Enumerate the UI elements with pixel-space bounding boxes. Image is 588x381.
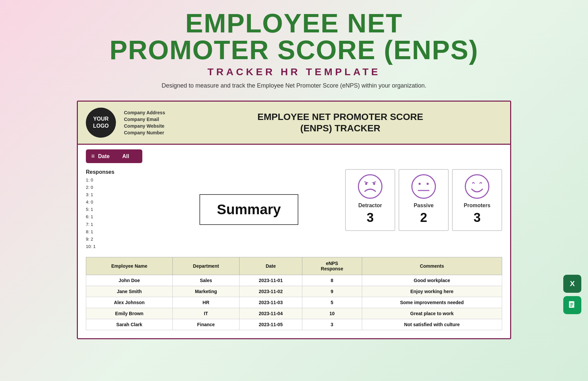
title-section: EMPLOYEE NET PROMOTER SCORE (ENPS) TRACK… <box>110 10 478 89</box>
list-item: 5: 1 <box>86 206 153 213</box>
card-header: YOURLOGO Company Address Company Email C… <box>78 102 510 145</box>
passive-card: Passive 2 <box>399 169 449 231</box>
cell-dept: Finance <box>173 319 240 330</box>
main-card: YOURLOGO Company Address Company Email C… <box>77 101 511 339</box>
svg-line-4 <box>372 182 376 183</box>
cell-name: John Doe <box>86 275 173 286</box>
logo-text: YOURLOGO <box>93 116 109 130</box>
side-icons: X <box>563 275 581 314</box>
cell-name: Sarah Clark <box>86 319 173 330</box>
header-title: EMPLOYEE NET PROMOTER SCORE(eNPS) TRACKE… <box>178 111 502 134</box>
cell-date: 2023-11-05 <box>239 319 302 330</box>
svg-point-9 <box>465 175 489 198</box>
list-item: 1: 0 <box>86 176 153 184</box>
promoters-card: Promoters 3 <box>452 169 502 231</box>
cell-date: 2023-11-02 <box>239 286 302 297</box>
cell-response: 8 <box>302 275 362 286</box>
promoters-value: 3 <box>473 211 480 225</box>
cell-name: Emily Brown <box>86 308 173 319</box>
col-header-dept: Department <box>173 257 240 275</box>
scores-col: Detractor 3 Passive 2 <box>345 169 502 250</box>
svg-point-0 <box>358 175 382 198</box>
passive-label: Passive <box>414 203 434 209</box>
filter-icon: ≡ <box>91 153 95 160</box>
cell-dept: Sales <box>173 275 240 286</box>
svg-point-1 <box>365 183 367 185</box>
company-address: Company Address <box>124 110 165 115</box>
company-info: Company Address Company Email Company We… <box>124 110 165 135</box>
response-list: 1: 0 2: 0 3: 1 4: 0 5: 1 6: 1 7: 1 8: 1 … <box>86 176 153 250</box>
cell-date: 2023-11-04 <box>239 308 302 319</box>
cell-dept: IT <box>173 308 240 319</box>
col-header-enps: eNPSResponse <box>302 257 362 275</box>
table-section: Employee Name Department Date eNPSRespon… <box>78 257 510 338</box>
excel-icon[interactable]: X <box>563 275 581 293</box>
filter-date-label: Date <box>98 153 110 159</box>
cell-dept: HR <box>173 297 240 308</box>
svg-point-2 <box>373 183 375 185</box>
sad-face-icon <box>357 173 384 200</box>
cell-comment: Not satisfied with culture <box>362 319 502 330</box>
cell-comment: Great place to work <box>362 308 502 319</box>
svg-point-5 <box>412 175 435 198</box>
cell-comment: Enjoy working here <box>362 286 502 297</box>
filter-value: All <box>122 153 129 159</box>
detractor-card: Detractor 3 <box>345 169 395 231</box>
cell-dept: Marketing <box>173 286 240 297</box>
promoters-label: Promoters <box>464 203 490 209</box>
passive-value: 2 <box>420 211 427 225</box>
filter-row: ≡ Date All <box>78 145 510 166</box>
svg-line-3 <box>364 182 368 183</box>
cell-comment: Good workplace <box>362 275 502 286</box>
responses-title: Responses <box>86 169 153 175</box>
company-number: Company Number <box>124 130 165 135</box>
col-header-name: Employee Name <box>86 257 173 275</box>
sub-title: TRACKER HR TEMPLATE <box>110 66 478 78</box>
sheets-svg-icon <box>568 300 577 310</box>
list-item: 4: 0 <box>86 199 153 206</box>
table-row: Sarah Clark Finance 2023-11-05 3 Not sat… <box>86 319 502 330</box>
svg-point-7 <box>427 183 429 185</box>
responses-col: Responses 1: 0 2: 0 3: 1 4: 0 5: 1 6: 1 … <box>86 169 153 250</box>
list-item: 3: 1 <box>86 191 153 199</box>
summary-box: Summary <box>199 194 298 225</box>
table-row: Jane Smith Marketing 2023-11-02 9 Enjoy … <box>86 286 502 297</box>
list-item: 10: 1 <box>86 243 153 250</box>
detractor-value: 3 <box>366 211 374 225</box>
company-website: Company Website <box>124 123 165 129</box>
sheets-icon[interactable] <box>563 296 581 314</box>
employee-table: Employee Name Department Date eNPSRespon… <box>86 257 502 330</box>
cell-response: 10 <box>302 308 362 319</box>
list-item: 8: 1 <box>86 228 153 236</box>
main-title: EMPLOYEE NET PROMOTER SCORE (ENPS) <box>110 10 478 64</box>
neutral-face-icon <box>410 173 437 200</box>
svg-point-6 <box>419 183 421 185</box>
cell-date: 2023-11-03 <box>239 297 302 308</box>
table-row: John Doe Sales 2023-11-01 8 Good workpla… <box>86 275 502 286</box>
company-email: Company Email <box>124 117 165 122</box>
list-item: 2: 0 <box>86 184 153 191</box>
detractor-label: Detractor <box>358 203 382 209</box>
cell-response: 5 <box>302 297 362 308</box>
col-header-comments: Comments <box>362 257 502 275</box>
list-item: 7: 1 <box>86 221 153 228</box>
cell-name: Alex Johnson <box>86 297 173 308</box>
description: Designed to measure and track the Employ… <box>110 82 478 89</box>
summary-col: Summary <box>159 169 338 250</box>
svg-rect-13 <box>570 306 572 306</box>
col-header-date: Date <box>239 257 302 275</box>
list-item: 9: 2 <box>86 236 153 243</box>
filter-button[interactable]: ≡ Date All <box>86 149 142 163</box>
cell-name: Jane Smith <box>86 286 173 297</box>
happy-face-icon <box>464 173 490 200</box>
logo-circle: YOURLOGO <box>86 108 116 138</box>
svg-rect-12 <box>570 304 573 305</box>
cell-response: 3 <box>302 319 362 330</box>
content-row: Responses 1: 0 2: 0 3: 1 4: 0 5: 1 6: 1 … <box>78 166 510 257</box>
svg-rect-11 <box>570 303 573 304</box>
table-row: Emily Brown IT 2023-11-04 10 Great place… <box>86 308 502 319</box>
cell-comment: Some improvements needed <box>362 297 502 308</box>
cell-date: 2023-11-01 <box>239 275 302 286</box>
cell-response: 9 <box>302 286 362 297</box>
list-item: 6: 1 <box>86 213 153 221</box>
